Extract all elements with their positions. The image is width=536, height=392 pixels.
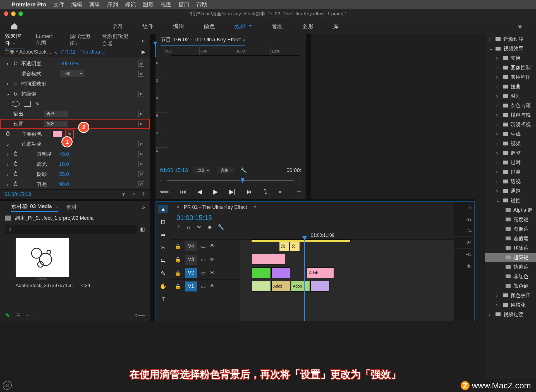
bin-path[interactable]: 副本_Pr_0…fect_1.prproj\03 Media [15, 215, 94, 221]
list-view-icon[interactable]: ☰ [16, 312, 21, 319]
menu-clip[interactable]: 剪辑 [89, 1, 100, 8]
effect-item[interactable]: 轨道遮 [485, 262, 536, 272]
effect-folder[interactable]: ›过时 [485, 158, 536, 167]
freeform-view-icon[interactable]: ▫ [35, 312, 36, 318]
clip[interactable] [252, 267, 271, 278]
effect-folder[interactable]: ›实用程序 [485, 72, 536, 82]
sequence-tab[interactable]: PR 02 - The Ultra Key Effect [184, 204, 247, 210]
twirl-icon[interactable]: › [5, 61, 10, 67]
effect-folder[interactable]: ›模糊与锐 [485, 110, 536, 120]
share-icon[interactable]: ↗ [131, 191, 135, 197]
tab-source[interactable]: 源: (无剪辑) [70, 34, 91, 49]
tab-program[interactable]: 节目: PR 02 - The Ultra Key Effect≡ [161, 36, 245, 46]
snap-icon[interactable]: ✧ [176, 224, 181, 230]
track-v4-header[interactable]: 🔒V4▭👁 [171, 240, 240, 253]
program-scrubber[interactable]: ◦◦ [160, 177, 301, 184]
menu-file[interactable]: 文件 [53, 1, 64, 8]
key-color-swatch[interactable] [52, 131, 62, 137]
effect-folder[interactable]: ›透视 [485, 177, 536, 186]
tab-audio-mixer[interactable]: 音频剪辑混合器 [102, 34, 130, 49]
effect-item[interactable]: 图像遮 [485, 224, 536, 234]
goto-out-icon[interactable]: ⏭ [247, 188, 253, 195]
new-item-icon[interactable]: ✎ [5, 312, 10, 319]
mac-menubar[interactable]: Premiere Pro 文件 编辑 剪辑 序列 标记 图形 视图 窗口 帮助 [0, 0, 536, 9]
tag-icon[interactable]: ◧ [140, 226, 145, 232]
tolerance-value[interactable]: 90.0 [59, 181, 84, 187]
effect-folder[interactable]: ⌄视频效果 [485, 44, 536, 53]
ws-more[interactable]: » [518, 22, 522, 31]
ultrakey-row[interactable]: ⌄ fx 超级键 ↺ [0, 89, 150, 99]
panel-menu-icon[interactable]: ≡ [254, 205, 256, 209]
menu-marker[interactable]: 标记 [125, 1, 136, 8]
settings-icon[interactable]: 🔧 [218, 224, 224, 230]
opacity-value[interactable]: 100.0 % [60, 61, 85, 67]
highlight-value[interactable]: 10.0 [59, 161, 84, 167]
marker-icon[interactable]: ◆ [208, 224, 212, 230]
add-button-icon[interactable]: + [297, 187, 301, 196]
program-timecode[interactable]: 01:00:15:13 [160, 167, 188, 173]
effect-folder[interactable]: ›视频过渡 [485, 310, 536, 319]
source-clip-name[interactable]: 主要 * AdobeStock… [4, 49, 51, 55]
reset-button[interactable]: ↺ [138, 161, 144, 167]
pen-mask-icon[interactable]: ✎ [35, 101, 39, 107]
icon-view-icon[interactable]: ▪ [27, 312, 28, 318]
program-viewer[interactable] [171, 55, 300, 56]
track-v2-header[interactable]: 🔒V2▭👁 [171, 266, 240, 280]
ws-library[interactable]: 库 [333, 22, 339, 31]
clip[interactable] [252, 254, 285, 265]
effect-item[interactable]: 亮度键 [485, 215, 536, 224]
ws-effects[interactable]: 效果 [234, 22, 252, 31]
panel-menu-icon[interactable]: ≡ [243, 38, 245, 42]
bin-icon[interactable] [5, 216, 11, 221]
reset-button[interactable]: ↺ [138, 181, 144, 187]
stopwatch-icon[interactable]: Ô [5, 131, 11, 137]
quality-select[interactable]: 完整 [217, 167, 235, 174]
clip[interactable] [252, 281, 271, 291]
reset-button[interactable]: ↺ [138, 91, 144, 97]
hand-tool-icon[interactable]: ✋ [159, 282, 168, 290]
filter-icon[interactable]: ▾ [122, 191, 125, 197]
effect-folder[interactable]: ›视频 [485, 139, 536, 148]
effect-folder[interactable]: ›变换 [485, 53, 536, 63]
track-content[interactable]: 交 交 Adob Adob Adob [240, 240, 474, 321]
panel-menu-icon[interactable]: ≡ [13, 41, 15, 46]
effect-item[interactable]: 非红色 [485, 272, 536, 281]
track-v1-header[interactable]: 🔒V1▭👁 [171, 280, 240, 293]
effect-folder[interactable]: ›杂色与颗 [485, 101, 536, 110]
goto-in-icon[interactable]: ⏮ [180, 188, 186, 195]
ws-color[interactable]: 颜色 [204, 22, 215, 31]
clip-thumbnail[interactable] [16, 238, 69, 277]
blend-mode-select[interactable]: 正常 [60, 70, 84, 77]
menu-sequence[interactable]: 序列 [107, 1, 118, 8]
timeline-timecode[interactable]: 01:00:15:13 [171, 213, 474, 223]
tab-effect-controls[interactable]: 效果控件≡ [5, 34, 25, 49]
effect-folder[interactable]: ›音频过渡 [485, 34, 536, 44]
settings-select[interactable]: 强效 [44, 121, 68, 127]
menu-graphics[interactable]: 图形 [143, 1, 154, 8]
effect-folder[interactable]: ›生成 [485, 129, 536, 139]
type-tool-icon[interactable]: T [159, 295, 168, 303]
step-fwd-icon[interactable]: ▶| [229, 188, 236, 195]
effect-folder[interactable]: ›扭曲 [485, 82, 536, 91]
effect-folder[interactable]: ›过渡 [485, 167, 536, 177]
chevron-down-icon[interactable]: ⌄ [54, 49, 58, 55]
home-icon[interactable] [10, 22, 18, 30]
menu-edit[interactable]: 编辑 [71, 1, 82, 8]
shadow-value[interactable]: 55.0 [59, 171, 84, 177]
mark-in-icon[interactable]: ⟸ [160, 188, 169, 195]
playhead-line[interactable] [304, 240, 305, 321]
clip[interactable]: Adob [291, 281, 310, 291]
twirl-icon[interactable]: › [5, 81, 10, 87]
slip-tool-icon[interactable]: ⇆ [159, 256, 168, 265]
tab-lumetri-scopes[interactable]: Lumetri 范围 [36, 34, 58, 48]
ws-learn[interactable]: 学习 [112, 22, 123, 31]
step-back-icon[interactable]: ◀ [197, 188, 202, 195]
upload-icon[interactable]: ⇪ [141, 191, 145, 197]
reset-button[interactable]: ↺ [138, 71, 144, 77]
clip[interactable] [271, 267, 290, 278]
reset-button[interactable]: ↺ [138, 111, 144, 117]
wrench-icon[interactable]: 🔧 [240, 167, 247, 174]
time-remap-row[interactable]: › fx 时间重映射 [0, 79, 150, 89]
creative-cloud-icon[interactable]: cc [3, 381, 12, 390]
magnet-icon[interactable]: ∩ [187, 224, 190, 230]
